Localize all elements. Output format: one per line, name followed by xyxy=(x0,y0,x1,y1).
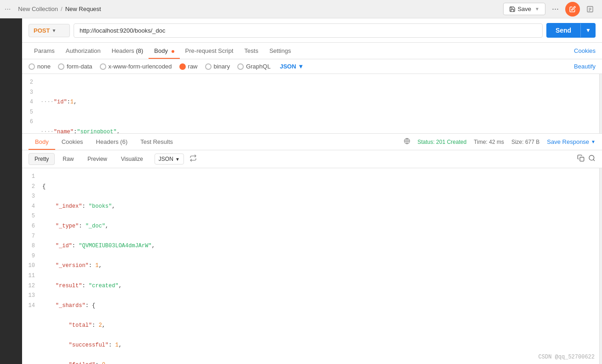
window-controls: ··· xyxy=(5,5,11,13)
svg-rect-6 xyxy=(580,157,584,161)
notes-button[interactable] xyxy=(583,2,597,17)
body-active-dot xyxy=(172,50,174,53)
body-type-binary[interactable]: binary xyxy=(205,63,230,70)
response-tabs: Body Cookies Headers (6) Test Results St… xyxy=(22,134,602,150)
response-format-bar: Pretty Raw Preview Visualize JSON ▼ xyxy=(22,150,602,168)
method-selector[interactable]: POST ▼ xyxy=(29,24,70,37)
more-options-button[interactable]: ··· xyxy=(548,2,562,16)
res-format-visualize[interactable]: Visualize xyxy=(115,153,149,165)
wrap-lines-button[interactable] xyxy=(189,154,197,164)
breadcrumb: New Collection / New Request xyxy=(18,6,499,12)
svg-point-7 xyxy=(589,155,594,160)
send-dropdown-arrow[interactable]: ▼ xyxy=(580,23,596,37)
copy-response-button[interactable] xyxy=(577,154,585,164)
cookies-link[interactable]: Cookies xyxy=(574,47,596,54)
request-line-numbers: 2 3 4 5 6 xyxy=(22,78,37,130)
response-line-numbers: 1 2 3 4 5 6 7 8 9 10 11 12 13 14 xyxy=(22,172,39,364)
response-size: Size: 677 B xyxy=(511,139,539,145)
copy-icon xyxy=(577,154,585,162)
tab-params[interactable]: Params xyxy=(29,43,60,59)
request-code-lines[interactable]: ····"id":1, ····"name":"springboot", ···… xyxy=(37,78,602,130)
radio-graphql xyxy=(237,63,244,70)
request-body-editor[interactable]: 2 3 4 5 6 ····"id":1, ····"name":"spring… xyxy=(22,74,602,134)
request-area: POST ▼ Send ▼ Params Authorization Heade… xyxy=(22,18,602,364)
save-button[interactable]: Save ▼ xyxy=(503,3,545,15)
tab-authorization[interactable]: Authorization xyxy=(60,43,106,59)
edit-button[interactable] xyxy=(565,2,580,17)
globe-icon xyxy=(404,138,410,146)
save-icon xyxy=(509,6,516,12)
top-bar-actions: Save ▼ ··· xyxy=(503,2,597,17)
body-type-raw[interactable]: raw xyxy=(179,63,198,70)
res-tab-cookies[interactable]: Cookies xyxy=(55,134,90,150)
method-label: POST xyxy=(34,27,50,34)
watermark: CSDN @qq_52700622 xyxy=(539,354,595,360)
search-icon xyxy=(588,154,596,162)
tab-headers[interactable]: Headers (8) xyxy=(106,43,149,59)
tab-tests[interactable]: Tests xyxy=(239,43,264,59)
body-type-none[interactable]: none xyxy=(29,63,51,70)
body-format-arrow: ▼ xyxy=(298,63,304,70)
sidebar xyxy=(0,18,22,364)
response-status: Status: 201 Created xyxy=(418,139,467,145)
method-dropdown-arrow: ▼ xyxy=(52,28,56,33)
res-json-selector[interactable]: JSON ▼ xyxy=(155,154,184,165)
tab-settings[interactable]: Settings xyxy=(264,43,297,59)
res-format-preview[interactable]: Preview xyxy=(81,153,113,165)
save-response-button[interactable]: Save Response ▼ xyxy=(547,138,596,145)
response-actions xyxy=(577,154,596,164)
response-section: Body Cookies Headers (6) Test Results St… xyxy=(22,134,602,364)
res-tab-body[interactable]: Body xyxy=(29,134,55,150)
body-format-select[interactable]: JSON ▼ xyxy=(280,63,304,70)
response-code-area[interactable]: 1 2 3 4 5 6 7 8 9 10 11 12 13 14 xyxy=(22,168,602,364)
body-type-graphql[interactable]: GraphQL xyxy=(237,63,270,70)
body-type-urlencoded[interactable]: x-www-form-urlencoded xyxy=(100,63,172,70)
tab-body[interactable]: Body xyxy=(149,43,179,59)
save-dropdown-arrow[interactable]: ▼ xyxy=(535,6,539,11)
url-bar: POST ▼ Send ▼ xyxy=(22,18,602,43)
radio-binary xyxy=(205,63,212,70)
response-time: Time: 42 ms xyxy=(474,139,504,145)
radio-form-data xyxy=(58,63,64,70)
radio-none xyxy=(29,63,35,70)
res-tab-test-results[interactable]: Test Results xyxy=(134,134,179,150)
send-button[interactable]: Send ▼ xyxy=(546,23,596,38)
res-json-arrow: ▼ xyxy=(175,157,180,162)
radio-raw xyxy=(179,63,186,70)
body-type-form-data[interactable]: form-data xyxy=(58,63,92,70)
res-json-label: JSON xyxy=(159,156,173,162)
url-input[interactable] xyxy=(74,23,543,38)
res-format-pretty[interactable]: Pretty xyxy=(29,153,55,165)
body-format-label: JSON xyxy=(280,63,296,70)
response-status-bar: Status: 201 Created Time: 42 ms Size: 67… xyxy=(404,138,596,146)
main-area: POST ▼ Send ▼ Params Authorization Heade… xyxy=(0,18,602,364)
radio-urlencoded xyxy=(100,63,106,70)
response-code-lines: { "_index": "books", "_type": "_doc", "_… xyxy=(39,172,159,364)
send-label: Send xyxy=(546,23,580,38)
request-tabs: Params Authorization Headers (8) Body Pr… xyxy=(22,43,602,59)
tab-pre-request-script[interactable]: Pre-request Script xyxy=(180,43,239,59)
breadcrumb-collection: New Collection xyxy=(18,6,58,12)
svg-line-8 xyxy=(593,159,595,161)
body-type-selector: none form-data x-www-form-urlencoded raw… xyxy=(22,59,602,74)
notes-icon xyxy=(586,6,594,13)
edit-icon xyxy=(569,6,576,12)
beautify-button[interactable]: Beautify xyxy=(574,63,596,70)
search-response-button[interactable] xyxy=(588,154,596,164)
breadcrumb-separator: / xyxy=(61,6,63,12)
res-tab-headers[interactable]: Headers (6) xyxy=(90,134,134,150)
save-label: Save xyxy=(517,6,531,12)
top-bar: ··· New Collection / New Request Save ▼ … xyxy=(0,0,602,18)
res-format-raw[interactable]: Raw xyxy=(57,153,80,165)
wrap-icon xyxy=(189,154,197,162)
breadcrumb-request: New Request xyxy=(65,6,101,12)
